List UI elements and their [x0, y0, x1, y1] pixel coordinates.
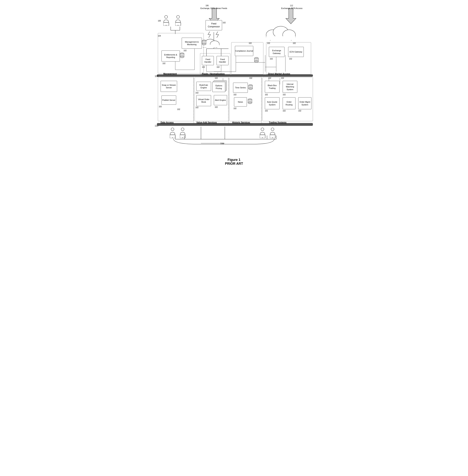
label-102-aqs: 102	[265, 110, 268, 112]
label-102-ts1: 102	[268, 77, 271, 79]
order-mgmt-label: Order Mgmt System	[298, 101, 311, 106]
publish-server-label: Publish Server	[162, 99, 176, 101]
black-box-trading-box: Black Box Trading	[265, 81, 279, 93]
label-102-fh1: 102	[202, 66, 205, 68]
dma-section-label: Direct Market Access	[268, 73, 290, 75]
diagram: 106 112 100 104 Exchange, ECN, News Feed…	[151, 4, 317, 154]
news-box: News	[234, 97, 247, 107]
data-access-section-label: Data Access	[161, 121, 174, 124]
compliance-label: Compliance Journal	[235, 50, 253, 52]
bottom-separator-bar	[157, 124, 313, 126]
figure-subtitle: PRIOR ART	[151, 162, 317, 166]
svg-point-64	[202, 43, 206, 45]
internal-matching-label: Internal Matching System	[283, 83, 297, 91]
exchange-ecn-access-label: Exchange, ECN Access	[278, 7, 306, 10]
label-100: 100	[158, 20, 161, 22]
snap-stream-label: Snap or Stream Server	[161, 84, 177, 89]
label-102-ecn: 102	[289, 58, 292, 60]
svg-marker-5	[286, 8, 296, 24]
label-102-ps: 102	[177, 108, 180, 110]
time-series-label: Time Series	[235, 86, 246, 89]
historic-section-label: Historic Services	[232, 121, 250, 124]
svg-point-70	[254, 61, 258, 62]
options-pricing-label: Options Pricing	[213, 84, 225, 90]
management-section-label: Management	[163, 73, 177, 75]
label-102-news: 102	[234, 107, 236, 109]
feed-handler-2-label: Feed Handler	[217, 58, 228, 63]
svg-point-58	[176, 15, 179, 18]
svg-point-54	[165, 15, 168, 18]
svg-rect-53	[266, 36, 295, 40]
label-102-dma2: 102	[293, 42, 296, 44]
auto-quote-label: Auto Quote System	[265, 101, 279, 106]
label-102-eg: 102	[270, 58, 273, 60]
label-102-ims: 102	[283, 94, 286, 96]
cloud-right	[265, 25, 296, 40]
db-compliance	[254, 57, 259, 64]
label-102-hs: 102	[249, 77, 252, 79]
label-102-oms: 102	[298, 110, 301, 112]
bottom-bracket	[170, 138, 280, 145]
exchange-ecn-news-label: Exchange, ECN, News Feeds	[199, 7, 229, 10]
virtual-order-book-label: Virtual Order Book	[197, 98, 211, 103]
svg-point-81	[181, 128, 184, 131]
db-timeseries	[248, 84, 253, 91]
rule-calc-label: Rule/Calc Engine	[197, 84, 211, 89]
label-102-cj-top: 102	[249, 42, 252, 44]
label-106: 106	[205, 5, 209, 7]
user-icon-6	[270, 127, 278, 139]
svg-point-67	[180, 56, 184, 58]
options-pricing-box: Options Pricing	[212, 82, 225, 92]
svg-point-73	[249, 88, 252, 90]
label-110: 110	[155, 124, 158, 127]
top-separator-bar	[157, 75, 313, 77]
snap-stream-box: Snap or Stream Server	[161, 81, 177, 92]
management-monitoring-box: Management & Monitoring	[182, 38, 202, 49]
label-102-ae: 102	[215, 106, 218, 108]
svg-point-85	[261, 128, 264, 131]
black-box-trading-label: Black Box Trading	[265, 84, 279, 90]
user-icon-1	[163, 15, 172, 27]
label-102-bbt: 102	[265, 94, 268, 96]
svg-point-89	[271, 128, 274, 131]
order-routing-box: Order Routing	[283, 97, 295, 109]
label-102-ts2: 102	[281, 77, 284, 79]
label-102-ts: 102	[234, 94, 236, 96]
label-108: 108	[155, 75, 158, 77]
label-102-da: 102	[159, 106, 162, 107]
user-icon-2	[175, 15, 184, 27]
entitlements-box: Entitlements & Reporting	[161, 50, 180, 61]
db-entitle	[180, 52, 184, 60]
feed-handler-1-label: Feed Handler	[202, 58, 214, 63]
feed-compressor-box: Feed Compressor	[205, 20, 222, 30]
svg-point-77	[171, 128, 174, 131]
db-news	[248, 98, 252, 106]
ecn-gateway-label: ECN Gateway	[290, 50, 303, 53]
figure-title: Figure 1	[151, 158, 317, 162]
publish-server-box: Publish Server	[161, 95, 176, 105]
time-series-box: Time Series	[233, 83, 248, 93]
trading-section-label: Trading Systems	[269, 121, 287, 124]
news-label: News	[238, 101, 243, 103]
label-112: 112	[290, 5, 293, 7]
label-102-fh2: 102	[217, 66, 220, 68]
label-102-va: 102	[215, 77, 218, 79]
feed-handler-2-box: Feed Handler	[217, 56, 229, 65]
virtual-order-book-box: Virtual Order Book	[196, 95, 211, 106]
compliance-box: Compliance Journal	[235, 46, 253, 56]
ecn-gateway-box: ECN Gateway	[288, 47, 304, 57]
auto-quote-box: Auto Quote System	[265, 97, 279, 109]
exchange-gateway-label: Exchange Gateway	[269, 49, 284, 55]
label-102-rce: 102	[195, 92, 199, 94]
label-102-mm: 102	[184, 50, 187, 52]
label-102-fc: 102	[223, 22, 226, 24]
feeds-section-label: Feeds / Normalization	[202, 73, 225, 75]
management-monitoring-label: Management & Monitoring	[182, 41, 202, 46]
feed-handler-1-box: Feed Handler	[202, 56, 214, 65]
label-102-ent: 102	[162, 62, 165, 64]
alert-engine-box: Alert Engine	[214, 95, 227, 105]
page-container: 106 112 100 104 Exchange, ECN, News Feed…	[151, 4, 317, 168]
label-102-dma: 102	[267, 42, 270, 44]
exchange-gateway-box: Exchange Gateway	[269, 47, 284, 57]
entitlements-label: Entitlements & Reporting	[162, 53, 180, 59]
